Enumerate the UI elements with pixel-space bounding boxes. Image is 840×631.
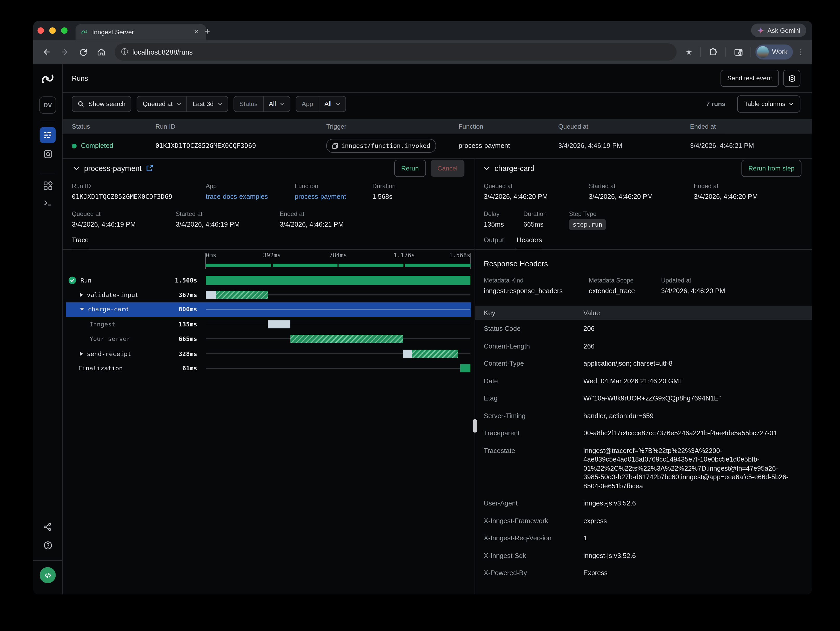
trace-step-name: Finalization	[78, 365, 123, 372]
forward-button[interactable]	[57, 44, 73, 60]
header-key: User-Agent	[484, 499, 583, 508]
inngest-app: DV	[33, 65, 812, 595]
trace-step-duration: 1.568s	[175, 277, 198, 284]
sidebar-divider	[40, 120, 55, 121]
reload-button[interactable]	[75, 44, 91, 60]
extensions-button[interactable]	[705, 44, 721, 60]
trace-row[interactable]: Run1.568s	[66, 273, 471, 288]
sidebar-item-share[interactable]	[40, 519, 56, 535]
trace-row[interactable]: send-receipt328ms	[66, 346, 471, 361]
trace-row[interactable]: Inngest135ms	[66, 317, 471, 331]
function-link[interactable]: process-payment	[295, 192, 372, 201]
browser-tab[interactable]: Inngest Server ✕	[76, 24, 206, 40]
header-key: Content-Length	[484, 342, 583, 351]
queued-at-filter[interactable]: Queued at Last 3d	[137, 96, 228, 112]
step-title: charge-card	[494, 164, 535, 172]
trace-lane	[206, 288, 471, 302]
header-row: EtagW/"10a-W8k9rUOR+zZG9xQQp8hg7694N1E"	[475, 389, 812, 407]
tab-trace[interactable]: Trace	[72, 237, 88, 250]
event-icon	[332, 143, 338, 149]
header-key: X-Inngest-Sdk	[484, 551, 583, 560]
inngest-logo[interactable]	[41, 72, 55, 86]
table-columns-button[interactable]: Table columns	[737, 95, 801, 112]
minimap-tick	[471, 253, 471, 269]
run-id-cell: 01KJXD1TQCZ852GMEX0CQF3D69	[155, 142, 326, 150]
sidebar-item-help[interactable]	[40, 537, 56, 553]
browser-toolbar: ⓘ localhost:8288/runs ★ Work ⋮	[33, 40, 812, 65]
column-trigger: Trigger	[326, 122, 458, 130]
traffic-light-maximize[interactable]	[61, 27, 68, 34]
screenshot-stage: Inngest Server ✕ + Ask Gemini ⓘ localhos…	[0, 0, 840, 631]
header-value: Express	[583, 569, 792, 577]
headers-table-header: Key Value	[475, 306, 812, 320]
header-value: Wed, 04 Mar 2026 21:46:20 GMT	[583, 376, 792, 386]
panel-resize-handle[interactable]	[472, 419, 477, 433]
external-link-icon[interactable]	[147, 164, 153, 172]
trace-minimap[interactable]	[206, 262, 471, 269]
app-filter[interactable]: App All	[296, 96, 346, 112]
workspace-badge[interactable]: DV	[39, 96, 56, 114]
chevron-down-icon[interactable]	[484, 166, 489, 170]
tab-output[interactable]: Output	[484, 237, 504, 250]
trace-row[interactable]: Your server665ms	[66, 332, 471, 346]
trace-lane	[206, 346, 471, 361]
site-info-icon[interactable]: ⓘ	[121, 47, 128, 57]
new-tab-button[interactable]: +	[201, 25, 214, 38]
traffic-light-minimize[interactable]	[49, 27, 56, 34]
devtools-button[interactable]	[730, 44, 746, 60]
tab-headers[interactable]: Headers	[516, 237, 542, 250]
sidebar-divider	[40, 174, 55, 174]
trace-row[interactable]: charge-card800ms	[66, 302, 471, 317]
collapse-arrow-icon[interactable]	[80, 308, 84, 311]
trace-row[interactable]: Finalization61ms	[66, 361, 471, 376]
sidebar-item-runs[interactable]	[40, 127, 56, 143]
axis-tick-label: 0ms	[206, 250, 216, 261]
sidebar-item-apps[interactable]	[40, 177, 56, 194]
header-value: handler, action;dur=659	[583, 411, 792, 420]
trace-bar	[403, 350, 412, 357]
trace-bar	[460, 364, 471, 372]
trigger-badge[interactable]: inngest/function.invoked	[326, 139, 436, 153]
bookmark-star-icon[interactable]: ★	[682, 48, 696, 56]
traffic-light-close[interactable]	[37, 27, 44, 34]
sidebar-item-functions[interactable]	[40, 195, 56, 211]
settings-button[interactable]	[783, 70, 800, 87]
tab-title: Inngest Server	[92, 28, 192, 36]
step-detail-panel: charge-card Rerun from step Queued at3/4…	[475, 158, 812, 595]
header-value: inngest-js:v3.52.6	[583, 551, 792, 560]
header-row: Status Code206	[475, 320, 812, 337]
header-row: DateWed, 04 Mar 2026 21:46:20 GMT	[475, 372, 812, 389]
trace-row[interactable]: validate-input367ms	[66, 288, 471, 302]
app-link[interactable]: trace-docs-examples	[206, 192, 295, 201]
show-search-button[interactable]: Show search	[72, 96, 131, 112]
cancel-button[interactable]: Cancel	[431, 160, 465, 177]
back-button[interactable]	[39, 44, 55, 60]
send-test-event-button[interactable]: Send test event	[720, 70, 779, 87]
browser-menu-button[interactable]: ⋮	[795, 47, 807, 57]
rerun-from-step-button[interactable]: Rerun from step	[741, 160, 801, 177]
trace-step-duration: 800ms	[179, 306, 199, 313]
header-row: User-Agentinngest-js:v3.52.6	[475, 495, 812, 512]
header-key: Traceparent	[484, 429, 583, 438]
sidebar-item-search[interactable]	[40, 146, 56, 162]
header-row: Content-Length266	[475, 337, 812, 355]
rerun-button[interactable]: Rerun	[394, 160, 426, 177]
chevron-down-icon[interactable]	[74, 166, 79, 170]
trace-step-name: charge-card	[88, 306, 129, 313]
duration-value: 1.568s	[372, 192, 469, 201]
home-button[interactable]	[93, 44, 109, 60]
expand-arrow-icon[interactable]	[80, 293, 83, 297]
code-icon	[43, 571, 52, 580]
url-text: localhost:8288/runs	[132, 48, 193, 56]
trace-step-duration: 665ms	[179, 335, 199, 343]
dev-mode-toggle[interactable]	[40, 567, 56, 583]
browser-window: Inngest Server ✕ + Ask Gemini ⓘ localhos…	[33, 21, 812, 595]
tab-close-icon[interactable]: ✕	[192, 27, 201, 36]
profile-button[interactable]: Work	[755, 44, 793, 60]
ask-gemini-button[interactable]: Ask Gemini	[751, 24, 806, 37]
header-row: Tracestateinngest@traceref=%7B%22tp%22%3…	[475, 442, 812, 495]
table-row[interactable]: Completed 01KJXD1TQCZ852GMEX0CQF3D69 inn…	[63, 134, 812, 159]
expand-arrow-icon[interactable]	[80, 351, 83, 356]
status-filter[interactable]: Status All	[234, 96, 291, 112]
url-bar[interactable]: ⓘ localhost:8288/runs	[115, 43, 677, 60]
